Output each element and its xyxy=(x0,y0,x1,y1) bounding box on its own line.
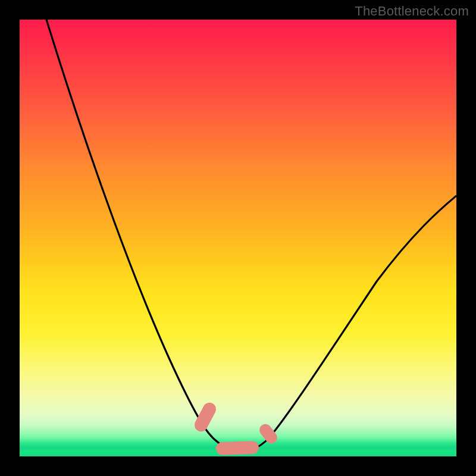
plot-area xyxy=(20,20,456,456)
lozenge-right xyxy=(257,422,280,446)
curve-path xyxy=(46,20,456,451)
lozenge-left xyxy=(192,400,218,434)
chart-frame: TheBottleneck.com xyxy=(0,0,476,476)
bottleneck-curve xyxy=(20,20,456,456)
lozenge-group xyxy=(192,400,280,455)
lozenge-middle xyxy=(216,441,259,455)
watermark-text: TheBottleneck.com xyxy=(355,4,469,19)
